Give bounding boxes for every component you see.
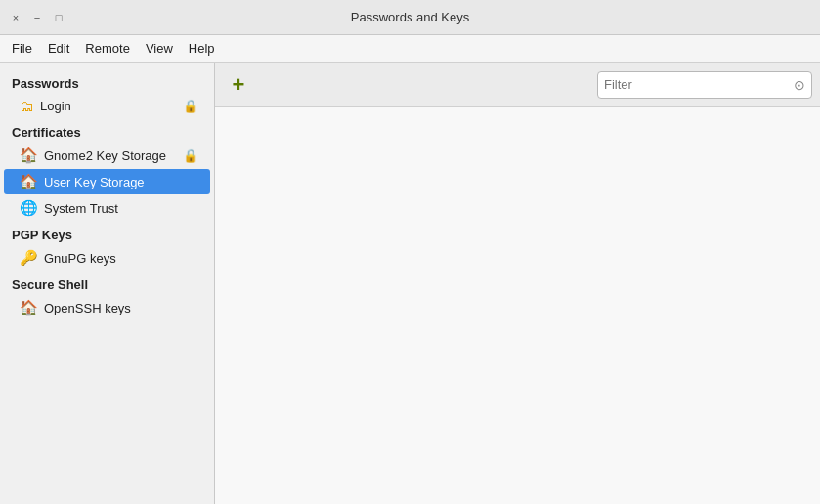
menu-view[interactable]: View bbox=[138, 37, 181, 60]
lock-icon: 🔒 bbox=[183, 148, 198, 163]
toolbar: + ⊙ bbox=[215, 63, 820, 107]
home-icon: 🏠 bbox=[20, 299, 38, 316]
menu-file[interactable]: File bbox=[4, 37, 40, 60]
home-icon: 🏠 bbox=[20, 147, 38, 164]
minimize-button[interactable]: − bbox=[29, 10, 45, 25]
sidebar-item-gnupg-keys[interactable]: 🔑 GnuPG keys bbox=[4, 245, 210, 271]
sidebar-item-label: OpenSSH keys bbox=[44, 301, 198, 315]
lock-icon: 🔒 bbox=[183, 99, 198, 113]
home-icon: 🏠 bbox=[20, 173, 38, 190]
sidebar-item-user-key-storage[interactable]: 🏠 User Key Storage bbox=[4, 169, 210, 194]
menu-remote[interactable]: Remote bbox=[77, 37, 138, 60]
sidebar-item-openssh-keys[interactable]: 🏠 OpenSSH keys bbox=[4, 295, 210, 320]
sidebar-item-gnome2-key-storage[interactable]: 🏠 Gnome2 Key Storage 🔒 bbox=[4, 143, 210, 168]
titlebar: × − □ Passwords and Keys bbox=[0, 0, 820, 35]
close-button[interactable]: × bbox=[8, 10, 23, 25]
circle-orange-icon: 🔑 bbox=[20, 249, 38, 267]
sidebar-item-label: User Key Storage bbox=[44, 175, 198, 189]
sidebar-item-label: System Trust bbox=[44, 201, 198, 216]
section-header-pgp-keys: PGP Keys bbox=[0, 222, 214, 244]
sidebar-item-login[interactable]: 🗂 Login 🔒 bbox=[4, 94, 210, 118]
section-header-secure-shell: Secure Shell bbox=[0, 272, 214, 294]
filter-icon[interactable]: ⊙ bbox=[794, 77, 805, 93]
sidebar-item-label: Gnome2 Key Storage bbox=[44, 148, 183, 163]
section-header-passwords: Passwords bbox=[0, 70, 214, 93]
menu-edit[interactable]: Edit bbox=[40, 37, 77, 60]
add-button[interactable]: + bbox=[223, 69, 254, 101]
content-area: + ⊙ bbox=[215, 63, 820, 504]
sidebar-item-system-trust[interactable]: 🌐 System Trust bbox=[4, 195, 210, 221]
window-title: Passwords and Keys bbox=[351, 10, 469, 24]
main-layout: Passwords 🗂 Login 🔒 Certificates 🏠 Gnome… bbox=[0, 63, 820, 504]
menubar: File Edit Remote View Help bbox=[0, 35, 820, 63]
sidebar: Passwords 🗂 Login 🔒 Certificates 🏠 Gnome… bbox=[0, 63, 215, 504]
content-empty bbox=[215, 107, 820, 504]
filter-input[interactable] bbox=[604, 77, 794, 92]
sidebar-item-label: Login bbox=[40, 99, 183, 113]
filter-container: ⊙ bbox=[597, 71, 812, 99]
section-header-certificates: Certificates bbox=[0, 119, 214, 142]
sidebar-item-label: GnuPG keys bbox=[44, 251, 198, 266]
folder-icon: 🗂 bbox=[20, 98, 34, 114]
circle-icon: 🌐 bbox=[20, 199, 38, 217]
maximize-button[interactable]: □ bbox=[51, 10, 66, 25]
window-controls: × − □ bbox=[8, 10, 66, 25]
menu-help[interactable]: Help bbox=[181, 37, 223, 60]
